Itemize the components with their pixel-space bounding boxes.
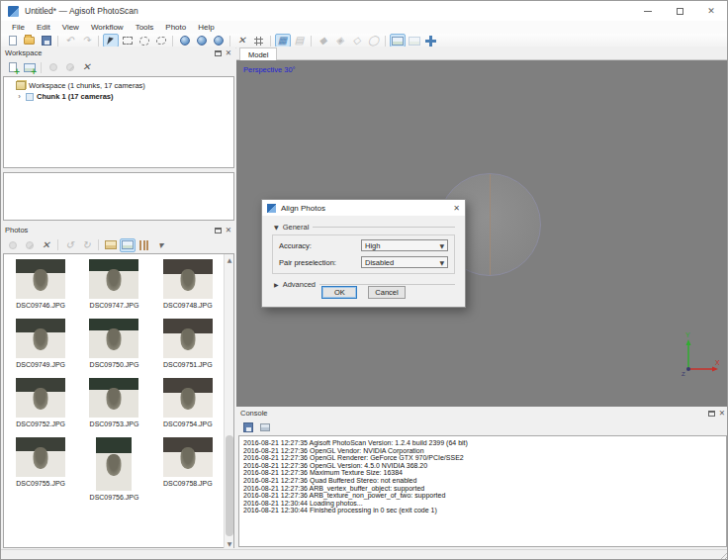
photo-thumbnail[interactable]: [89, 259, 138, 299]
scrollbar-thumb[interactable]: [226, 435, 233, 536]
disable-photo-button[interactable]: [22, 238, 38, 252]
rotate-object-button[interactable]: [194, 34, 210, 47]
dense-cloud-view-button[interactable]: ◈: [332, 34, 348, 47]
menu-tools[interactable]: Tools: [130, 23, 160, 32]
select-arrow-button[interactable]: [103, 34, 119, 47]
navigation-mode-button[interactable]: [423, 34, 439, 47]
view-icons-button[interactable]: [120, 238, 136, 252]
new-project-button[interactable]: [5, 34, 21, 47]
console-log-line: 2016-08-21 12:27:36 OpenGL Version: 4.5.…: [243, 462, 722, 470]
remove-photo-button[interactable]: ✕: [39, 238, 54, 252]
move-object-button[interactable]: [211, 34, 227, 47]
delete-button[interactable]: ✕: [234, 34, 250, 47]
photo-thumbnail[interactable]: [16, 378, 65, 418]
resize-region-button[interactable]: [251, 34, 267, 47]
menu-workflow[interactable]: Workflow: [85, 23, 130, 32]
menu-photo[interactable]: Photo: [159, 23, 192, 32]
scroll-down-icon[interactable]: ▼: [225, 538, 234, 548]
tab-model[interactable]: Model: [239, 47, 277, 60]
general-section-header[interactable]: ▼ General: [274, 223, 455, 232]
pair-preselection-select[interactable]: Disabled ▼: [361, 256, 448, 268]
photo-thumbnail[interactable]: [163, 437, 213, 477]
grid-view-button[interactable]: ▦: [275, 34, 291, 47]
show-masks-button[interactable]: [407, 34, 422, 47]
dialog-close-icon[interactable]: ✕: [453, 204, 460, 213]
photo-filename: DSC09749.JPG: [16, 361, 65, 368]
menu-help[interactable]: Help: [192, 23, 220, 32]
thumbnail-size-button[interactable]: [136, 238, 152, 252]
float-panel-icon[interactable]: [215, 228, 222, 233]
photo-item[interactable]: DSC09748.JPG: [151, 259, 225, 309]
photo-thumbnail[interactable]: [16, 437, 65, 477]
undo-button[interactable]: ↶: [62, 34, 78, 47]
save-log-button[interactable]: [240, 420, 256, 434]
float-panel-icon[interactable]: [215, 50, 222, 56]
expander-icon[interactable]: ›: [16, 92, 23, 101]
photo-item[interactable]: DSC09749.JPG: [4, 319, 77, 368]
photo-thumbnail[interactable]: [163, 259, 213, 299]
clear-log-button[interactable]: [257, 420, 273, 434]
photo-item[interactable]: DSC09755.JPG: [4, 437, 77, 501]
photo-thumbnail[interactable]: [16, 319, 65, 358]
rectangle-selection-button[interactable]: [120, 34, 136, 47]
float-panel-icon[interactable]: [708, 411, 715, 417]
menu-edit[interactable]: Edit: [31, 23, 56, 32]
open-project-icon: [24, 37, 35, 45]
photo-thumbnail[interactable]: [89, 378, 138, 418]
add-photos-button[interactable]: [22, 60, 38, 74]
photo-thumbnail[interactable]: [89, 319, 138, 358]
maximize-button[interactable]: [664, 1, 695, 21]
photo-thumbnail[interactable]: [16, 259, 65, 299]
view-details-button[interactable]: [103, 238, 119, 252]
scroll-up-icon[interactable]: ▲: [225, 254, 234, 264]
photo-thumbnail[interactable]: [163, 378, 213, 418]
list-view-button[interactable]: ▤: [292, 34, 308, 47]
rotate-left-button[interactable]: ↺: [62, 238, 78, 252]
photo-item[interactable]: DSC09758.JPG: [151, 437, 225, 501]
photo-item[interactable]: DSC09754.JPG: [151, 378, 225, 427]
photo-thumbnail[interactable]: [163, 319, 213, 358]
show-photos-pane-button[interactable]: [390, 34, 406, 47]
rotate-right-icon: ↻: [82, 240, 90, 250]
close-button[interactable]: ✕: [695, 1, 727, 21]
redo-button[interactable]: ↷: [79, 34, 95, 47]
enable-item-button[interactable]: [46, 60, 61, 74]
menu-view[interactable]: View: [56, 23, 85, 32]
tree-item[interactable]: Workspace (1 chunks, 17 cameras): [6, 80, 231, 91]
close-panel-icon[interactable]: ✕: [719, 409, 725, 418]
photos-scrollbar[interactable]: ▲ ▼: [224, 254, 233, 548]
open-project-button[interactable]: [22, 34, 38, 47]
console-log-line: 2016-08-21 12:27:35 Agisoft PhotoScan Ve…: [243, 439, 722, 447]
cancel-button[interactable]: Cancel: [368, 286, 405, 299]
accuracy-select[interactable]: High ▼: [361, 239, 448, 251]
disable-item-button[interactable]: [62, 60, 78, 74]
resize-grip-icon[interactable]: [720, 552, 728, 560]
close-panel-icon[interactable]: ✕: [226, 226, 231, 234]
photo-item[interactable]: DSC09756.JPG: [77, 437, 150, 501]
shaded-view-button[interactable]: ◇: [349, 34, 365, 47]
add-chunk-button[interactable]: [5, 60, 21, 74]
freeform-selection-button[interactable]: [153, 34, 169, 47]
photo-item[interactable]: DSC09746.JPG: [4, 259, 77, 309]
remove-item-button[interactable]: ✕: [79, 60, 95, 74]
save-project-button[interactable]: [39, 34, 54, 47]
enable-photo-button[interactable]: [5, 238, 21, 252]
photo-item[interactable]: DSC09752.JPG: [4, 378, 77, 427]
photo-item[interactable]: DSC09747.JPG: [77, 259, 150, 309]
thumbnail-size-dropdown-button[interactable]: ▾: [153, 238, 169, 252]
tree-item[interactable]: ›Chunk 1 (17 cameras): [6, 91, 231, 102]
photo-item[interactable]: DSC09750.JPG: [77, 319, 150, 368]
point-cloud-view-button[interactable]: ◆: [316, 34, 331, 47]
photo-thumbnail[interactable]: [96, 437, 132, 491]
rotate-right-button[interactable]: ↻: [79, 238, 95, 252]
textured-view-button[interactable]: ◯: [366, 34, 382, 47]
photo-filename: DSC09752.JPG: [16, 420, 65, 427]
menu-file[interactable]: File: [6, 23, 31, 32]
circle-selection-button[interactable]: [136, 34, 152, 47]
close-panel-icon[interactable]: ✕: [226, 48, 231, 57]
rotate-view-button[interactable]: [177, 34, 193, 47]
minimize-button[interactable]: [632, 1, 664, 21]
ok-button[interactable]: OK: [321, 286, 357, 299]
photo-item[interactable]: DSC09753.JPG: [77, 378, 150, 427]
photo-item[interactable]: DSC09751.JPG: [151, 319, 225, 368]
